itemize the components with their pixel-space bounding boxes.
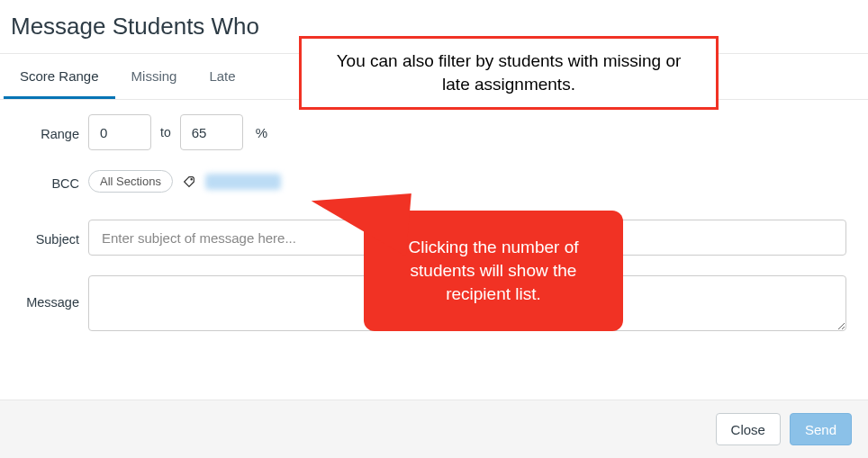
send-button[interactable]: Send <box>790 413 852 445</box>
tag-icon <box>182 175 196 189</box>
close-button[interactable]: Close <box>716 413 781 445</box>
range-to-input[interactable] <box>180 114 243 150</box>
annotation-recipient-tip: Clicking the number of students will sho… <box>364 211 623 331</box>
annotation-filter-tip: You can also filter by students with mis… <box>299 36 719 110</box>
range-label: Range <box>0 123 88 141</box>
subject-label: Subject <box>0 229 88 247</box>
range-from-input[interactable] <box>88 114 151 150</box>
range-unit: % <box>256 125 267 140</box>
bcc-label: BCC <box>0 173 88 191</box>
tab-missing[interactable]: Missing <box>115 54 194 99</box>
tab-late[interactable]: Late <box>193 54 251 99</box>
tab-score-range[interactable]: Score Range <box>4 54 115 99</box>
message-label: Message <box>0 275 88 310</box>
recipient-count-link[interactable] <box>205 174 281 190</box>
bcc-sections-chip[interactable]: All Sections <box>88 170 173 193</box>
footer: Close Send <box>0 400 868 458</box>
range-to-word: to <box>160 125 171 139</box>
svg-point-0 <box>191 178 192 179</box>
